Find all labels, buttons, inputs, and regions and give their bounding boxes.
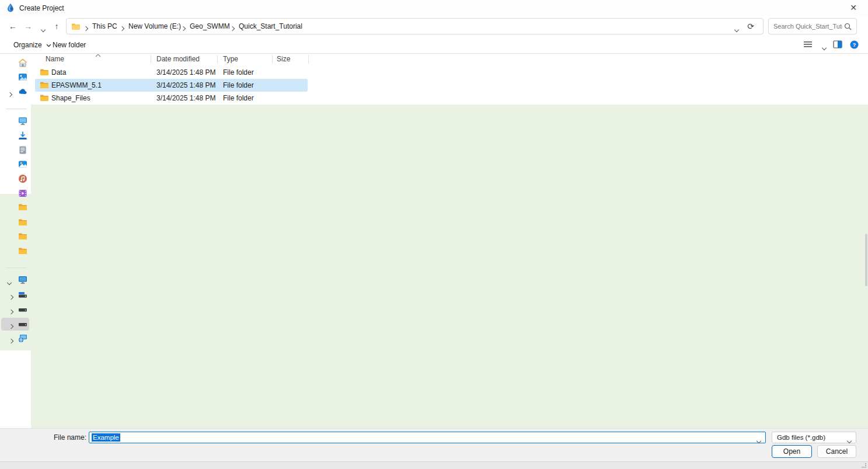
expand-chevron-icon[interactable] xyxy=(9,322,13,330)
file-type: File folder xyxy=(223,92,254,105)
file-list-area: Name Date modified Type Size Data 3/14/2… xyxy=(31,54,868,428)
expand-chevron-icon[interactable] xyxy=(9,293,13,301)
address-dropdown-button[interactable] xyxy=(735,25,738,33)
breadcrumb-geo-swmm[interactable]: Geo_SWMM xyxy=(190,19,230,34)
chevron-down-icon xyxy=(46,44,51,47)
sort-ascending-icon xyxy=(95,54,101,57)
music-icon[interactable] xyxy=(18,174,27,183)
network-icon[interactable] xyxy=(18,333,27,343)
column-header-size[interactable]: Size xyxy=(277,54,290,65)
gallery-icon[interactable] xyxy=(18,72,27,82)
column-header-date[interactable]: Date modified xyxy=(156,54,200,65)
file-date: 3/14/2025 1:48 PM xyxy=(156,79,215,92)
navigation-pane xyxy=(0,54,31,428)
breadcrumb-new-volume-e[interactable]: New Volume (E:) xyxy=(128,19,181,34)
organize-button[interactable]: Organize xyxy=(13,37,51,53)
app-droplet-icon xyxy=(6,3,15,12)
expand-chevron-icon[interactable] xyxy=(9,336,13,345)
column-divider[interactable] xyxy=(151,55,151,64)
videos-icon[interactable] xyxy=(18,189,27,198)
collapse-chevron-icon[interactable] xyxy=(8,278,11,286)
folder-icon xyxy=(40,68,49,77)
table-row[interactable]: Data 3/14/2025 1:48 PM File folder xyxy=(31,66,868,79)
os-drive-icon[interactable] xyxy=(18,290,27,299)
downloads-icon[interactable] xyxy=(18,131,27,140)
sidebar-separator xyxy=(6,267,27,268)
home-icon[interactable] xyxy=(18,58,27,68)
column-divider[interactable] xyxy=(217,55,218,64)
dialog-footer: File name: Example Gdb files (*.gdb) Ope… xyxy=(0,428,868,461)
column-header-name[interactable]: Name xyxy=(46,54,64,65)
command-toolbar: Organize New folder ? xyxy=(0,37,868,54)
chevron-down-icon xyxy=(822,46,827,50)
window-bottom-strip xyxy=(0,461,868,469)
back-button[interactable]: ← xyxy=(6,20,19,32)
file-type-select[interactable]: Gdb files (*.gdb) xyxy=(772,432,856,443)
pictures-icon[interactable] xyxy=(18,159,27,169)
breadcrumb-quick-start-tutorial[interactable]: Quick_Start_Tutorial xyxy=(239,19,302,34)
up-button[interactable]: ↑ xyxy=(50,20,63,32)
create-project-dialog: Create Project ✕ ← → ↑ This PC New Volum… xyxy=(0,0,868,469)
window-title: Create Project xyxy=(19,4,64,12)
help-icon: ? xyxy=(850,40,859,49)
new-folder-button[interactable]: New folder xyxy=(53,37,86,53)
view-mode-dropdown[interactable] xyxy=(822,43,826,51)
breadcrumb-this-pc[interactable]: This PC xyxy=(92,19,117,34)
drive-icon[interactable] xyxy=(18,304,27,314)
file-type: File folder xyxy=(223,79,254,92)
cancel-button[interactable]: Cancel xyxy=(817,445,856,458)
column-divider[interactable] xyxy=(272,55,273,64)
preview-pane-button[interactable] xyxy=(833,40,842,50)
sidebar-separator xyxy=(6,109,27,109)
help-button[interactable]: ? xyxy=(850,40,859,51)
chevron-down-icon xyxy=(734,27,739,32)
title-bar: Create Project ✕ xyxy=(0,0,868,16)
file-type-value: Gdb files (*.gdb) xyxy=(777,434,825,441)
file-date: 3/14/2025 1:48 PM xyxy=(156,66,215,79)
chevron-down-icon[interactable] xyxy=(757,436,761,444)
navigation-bar: ← → ↑ This PC New Volume (E:) Geo_SWMM Q… xyxy=(0,16,868,37)
expand-chevron-icon[interactable] xyxy=(9,307,13,315)
file-type: File folder xyxy=(223,66,254,79)
open-button[interactable]: Open xyxy=(772,445,812,458)
preview-pane-icon xyxy=(833,40,842,48)
forward-button[interactable]: → xyxy=(22,20,34,32)
search-input[interactable] xyxy=(773,19,842,33)
table-row-selected[interactable]: EPASWMM_5.1 3/14/2025 1:48 PM File folde… xyxy=(31,79,868,92)
column-header-type[interactable]: Type xyxy=(223,54,238,65)
folder-icon[interactable] xyxy=(18,232,27,241)
chevron-down-icon xyxy=(41,27,46,32)
folder-icon[interactable] xyxy=(18,218,27,227)
file-date: 3/14/2025 1:48 PM xyxy=(156,92,215,105)
file-name-value: Example xyxy=(92,433,120,442)
folder-icon xyxy=(40,81,49,90)
drive-icon-selected[interactable] xyxy=(18,319,27,328)
vertical-scrollbar[interactable] xyxy=(865,234,867,286)
table-row[interactable]: Shape_Files 3/14/2025 1:48 PM File folde… xyxy=(31,92,868,105)
search-icon[interactable] xyxy=(844,23,852,30)
folder-icon xyxy=(40,93,49,103)
view-mode-button[interactable] xyxy=(803,40,813,50)
resize-grip[interactable] xyxy=(862,463,866,468)
expand-chevron-icon[interactable] xyxy=(8,90,12,98)
folder-icon[interactable] xyxy=(18,203,27,212)
list-view-icon xyxy=(803,40,813,48)
recent-locations-button[interactable] xyxy=(37,23,50,34)
desktop-icon[interactable] xyxy=(18,116,27,126)
file-name: EPASWMM_5.1 xyxy=(51,79,102,92)
file-name-label: File name: xyxy=(0,433,86,442)
breadcrumb-separator xyxy=(182,24,185,32)
empty-area-green xyxy=(31,105,868,428)
breadcrumb-separator xyxy=(84,24,88,32)
column-divider[interactable] xyxy=(308,55,309,64)
onedrive-icon[interactable] xyxy=(18,87,27,96)
this-pc-icon[interactable] xyxy=(18,275,27,284)
refresh-button[interactable]: ⟳ xyxy=(745,21,756,32)
folder-icon[interactable] xyxy=(18,246,27,256)
close-button[interactable]: ✕ xyxy=(843,2,863,14)
documents-icon[interactable] xyxy=(18,145,27,155)
svg-text:?: ? xyxy=(853,42,856,48)
chevron-down-icon xyxy=(848,436,851,444)
address-bar[interactable]: This PC New Volume (E:) Geo_SWMM Quick_S… xyxy=(66,18,764,34)
file-name-input[interactable]: Example xyxy=(89,432,766,443)
